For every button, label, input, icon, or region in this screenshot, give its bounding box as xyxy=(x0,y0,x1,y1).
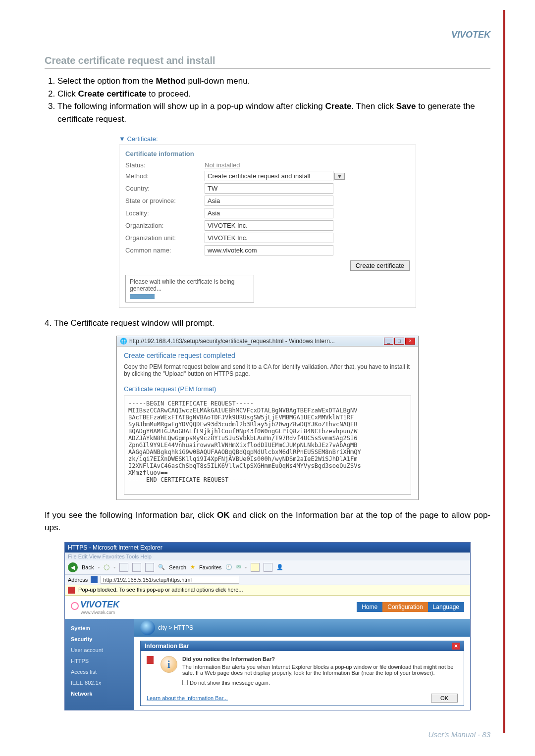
print-icon[interactable] xyxy=(251,563,260,572)
step2-after: to proceed. xyxy=(147,89,191,99)
orgunit-input[interactable] xyxy=(205,233,333,243)
method-label: Method: xyxy=(125,172,205,180)
body2-a: If you see the following Information bar… xyxy=(45,510,217,520)
country-input[interactable] xyxy=(205,183,333,194)
address-input[interactable]: http://192.168.5.151/setup/https.html xyxy=(101,576,239,584)
sidebar-item-https[interactable]: HTTPS xyxy=(65,655,134,666)
create-certificate-button[interactable]: Create certificate xyxy=(350,260,410,271)
nav-language[interactable]: Language xyxy=(428,602,464,612)
edit-icon[interactable] xyxy=(264,563,272,572)
ie-breadcrumb: city > HTTPS xyxy=(134,619,470,637)
breadcrumb-text: city > HTTPS xyxy=(158,624,193,631)
locality-label: Locality: xyxy=(125,209,205,217)
popup-blocked-bar[interactable]: Pop-up blocked. To see this pop-up or ad… xyxy=(65,585,470,596)
step3-a: The following information will show up i… xyxy=(57,101,325,111)
cert-request-popup: 🌐 http://192.168.4.183/setup/security/ce… xyxy=(116,336,419,500)
favorites-label[interactable]: Favorites xyxy=(199,564,221,570)
step3-b: . Then click xyxy=(351,101,396,111)
cn-input[interactable] xyxy=(205,245,333,255)
org-label: Organization: xyxy=(125,222,205,229)
step3-bold2: Save xyxy=(396,101,416,111)
cert-panel-title: Certificate information xyxy=(125,150,410,157)
popup-globe-icon: 🌐 xyxy=(120,338,127,345)
status-value: Not installed xyxy=(205,161,240,169)
popup-heading: Create certificate request completed xyxy=(124,352,411,359)
ie-address-bar: Address http://192.168.5.151/setup/https… xyxy=(65,575,470,585)
popup-maximize-icon[interactable]: □ xyxy=(394,338,404,345)
popup-description: Copy the PEM format request below and se… xyxy=(124,363,411,377)
step1-text: Select the option from the xyxy=(57,76,156,86)
step-2: Click Create certificate to proceed. xyxy=(57,88,490,101)
info-bar-body-text: The Information Bar alerts you when Inte… xyxy=(182,664,458,676)
popup-titlebar: 🌐 http://192.168.4.183/setup/security/ce… xyxy=(117,336,418,347)
step2-bold: Create certificate xyxy=(78,89,147,99)
step1-after: pull-down menu. xyxy=(186,76,250,86)
popup-minimize-icon[interactable]: _ xyxy=(384,338,394,345)
nav-home[interactable]: Home xyxy=(357,602,382,612)
ie-toolbar: ◄ Back • ◯ • 🔍 Search ★ Favorites 🕘 ✉ • … xyxy=(65,560,470,575)
info-bar-question: Did you notice the Information Bar? xyxy=(182,656,458,662)
stop-icon[interactable] xyxy=(119,563,128,572)
ie-titlebar: HTTPS - Microsoft Internet Explorer xyxy=(65,543,470,553)
province-label: State or province: xyxy=(125,197,205,204)
vivotek-logo-icon xyxy=(71,602,79,610)
wait-message-box: Please wait while the certificate is bei… xyxy=(125,275,254,302)
popup-close-icon[interactable]: × xyxy=(405,338,415,345)
address-label: Address xyxy=(68,577,88,583)
sidebar-item-ieee[interactable]: IEEE 802.1x xyxy=(65,677,134,688)
messenger-icon[interactable]: 👤 xyxy=(276,564,283,570)
history-icon[interactable]: 🕘 xyxy=(225,564,232,570)
progress-bar xyxy=(130,294,155,299)
province-input[interactable] xyxy=(205,196,333,206)
wait-text: Please wait while the certificate is bei… xyxy=(130,278,250,292)
popup-blocked-text: Pop-up blocked. To see this pop-up or ad… xyxy=(78,587,243,593)
information-bar-dialog: Information Bar × Did you notice the Inf… xyxy=(140,641,464,706)
close-icon[interactable]: × xyxy=(452,643,460,650)
brand-header: VIVOTEK xyxy=(45,30,490,40)
nav-configuration[interactable]: Configuration xyxy=(382,602,428,612)
back-icon[interactable]: ◄ xyxy=(68,562,78,572)
ie-page-icon xyxy=(91,576,98,583)
dont-show-label: Do not show this message again. xyxy=(190,680,270,686)
collapse-arrow-icon[interactable]: ▼ xyxy=(119,135,125,143)
ie-content: System Security User account HTTPS Acces… xyxy=(65,619,470,710)
sidebar-item-system[interactable]: System xyxy=(65,623,134,634)
dont-show-checkbox[interactable] xyxy=(182,680,188,685)
sidebar-item-user-account[interactable]: User account xyxy=(65,645,134,655)
info-icon xyxy=(160,656,177,673)
body2-bold: OK xyxy=(217,510,230,520)
ie-sidebar: System Security User account HTTPS Acces… xyxy=(65,619,134,710)
locality-input[interactable] xyxy=(205,208,333,218)
forward-icon[interactable]: ◯ xyxy=(104,564,109,570)
info-bar-title: Information Bar xyxy=(145,643,189,650)
search-label[interactable]: Search xyxy=(169,564,186,570)
back-label[interactable]: Back xyxy=(82,564,94,570)
certificate-section: ▼ Certificate: Certificate information S… xyxy=(119,135,416,308)
home-icon[interactable] xyxy=(145,563,154,572)
ok-button[interactable]: OK xyxy=(431,694,458,703)
learn-more-link[interactable]: Learn about the Information Bar... xyxy=(147,695,228,701)
search-icon[interactable]: 🔍 xyxy=(158,564,165,570)
ie-window: HTTPS - Microsoft Internet Explorer File… xyxy=(64,542,471,710)
sidebar-item-access-list[interactable]: Access list xyxy=(65,666,134,677)
top-nav: HomeConfigurationLanguage xyxy=(357,604,464,610)
steps-list: Select the option from the Method pull-d… xyxy=(50,75,490,125)
method-select[interactable]: Create certificate request and install xyxy=(205,171,333,181)
pem-textarea[interactable]: -----BEGIN CERTIFICATE REQUEST----- MIIB… xyxy=(124,396,411,495)
favorites-icon[interactable]: ★ xyxy=(190,564,195,570)
mail-icon[interactable]: ✉ xyxy=(236,564,241,570)
popup-blocked-icon xyxy=(68,587,75,594)
ie-header-row: VIVOTEK www.vivotek.com HomeConfiguratio… xyxy=(65,596,470,619)
chevron-down-icon[interactable]: ▼ xyxy=(334,173,345,180)
vivotek-logo-sub: www.vivotek.com xyxy=(81,610,119,615)
sidebar-item-security[interactable]: Security xyxy=(65,634,134,645)
step-4: 4. The Certificate request window will p… xyxy=(45,317,490,330)
certificate-collapse-label[interactable]: Certificate: xyxy=(127,135,158,143)
cn-label: Common name: xyxy=(125,247,205,254)
sidebar-item-network[interactable]: Network xyxy=(65,688,134,699)
status-label: Status: xyxy=(125,161,205,169)
org-input[interactable] xyxy=(205,220,333,231)
ie-menubar[interactable]: File Edit View Favorites Tools Help xyxy=(65,553,470,560)
refresh-icon[interactable] xyxy=(132,563,141,572)
page-footer: User's Manual - 83 xyxy=(45,730,490,739)
